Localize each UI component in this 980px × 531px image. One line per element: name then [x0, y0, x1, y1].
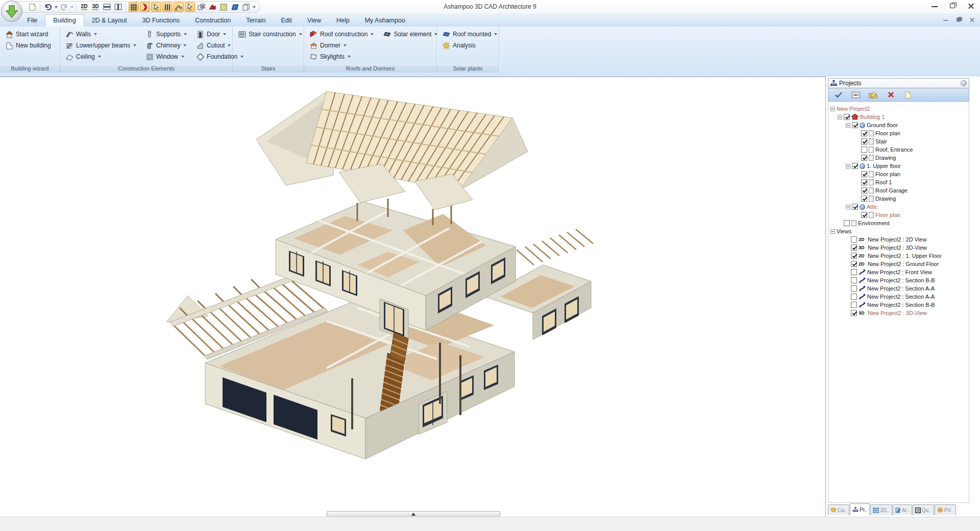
stair-construction-button[interactable]: Stair construction [236, 29, 301, 40]
mdi-minimize-button[interactable] [943, 17, 948, 22]
checkbox-checked[interactable] [861, 179, 867, 185]
delete-button[interactable] [885, 90, 897, 100]
checkbox-unchecked[interactable] [851, 294, 857, 300]
tree-item-layer[interactable]: Drawing [828, 154, 969, 162]
checkbox-checked[interactable] [851, 245, 857, 251]
checkbox-checked[interactable] [852, 204, 858, 210]
tree-item-layer[interactable]: Stair [828, 137, 969, 146]
new-item-button[interactable] [902, 90, 914, 100]
tree-item-view[interactable]: New Project2 : Section A-A [828, 284, 969, 293]
tree-item-layer[interactable]: Roof 1 [828, 178, 969, 186]
start-wizard-button[interactable]: Start wizard [3, 29, 57, 40]
checkbox-checked[interactable] [852, 163, 858, 169]
lower-upper-beams-button[interactable]: Lower/upper beams [63, 40, 138, 51]
tab-3d-functions[interactable]: 3D Functions [134, 15, 187, 27]
tree-item-floor[interactable]: Ground floor [828, 121, 969, 129]
tree-item-view[interactable]: 2D New Project2 : 2D View [828, 235, 969, 244]
collapse-icon[interactable] [846, 164, 850, 168]
panel-pin-icon[interactable] [961, 80, 967, 86]
tab-view[interactable]: View [300, 15, 329, 27]
new-building-button[interactable]: New building [3, 40, 57, 51]
tab-pv-system[interactable]: PV.. [935, 504, 956, 515]
mdi-close-button[interactable] [969, 17, 975, 22]
tab-file[interactable]: File [19, 15, 45, 27]
tree-item-view[interactable]: New Project2 : Section A-A [828, 293, 969, 301]
checkbox-checked[interactable] [844, 114, 850, 120]
collapse-icon[interactable] [846, 123, 850, 128]
tree-item-layer[interactable]: Floor plan [828, 170, 969, 178]
dormer-button[interactable]: Dormer [307, 40, 376, 51]
checkbox-checked[interactable] [861, 138, 867, 144]
tab-help[interactable]: Help [329, 15, 357, 27]
rename-button[interactable]: abl [850, 90, 862, 100]
checkbox-unchecked[interactable] [851, 285, 857, 292]
tree-item-floor[interactable]: 1. Upper floor [828, 162, 969, 170]
checkbox-unchecked[interactable] [851, 236, 857, 243]
tree-item-environment[interactable]: Environment [828, 219, 969, 227]
checkbox-checked[interactable] [861, 171, 867, 177]
checkbox-checked[interactable] [861, 187, 867, 194]
collapse-icon[interactable] [830, 107, 835, 111]
collapse-icon[interactable] [846, 205, 850, 209]
tree-item-layer[interactable]: Roof Garage [828, 186, 969, 195]
tree-item-layer[interactable]: Floor plan [828, 211, 969, 219]
checkbox-unchecked[interactable] [844, 220, 850, 226]
tab-catalog[interactable]: Ca.. [828, 504, 849, 515]
collapse-icon[interactable] [830, 229, 835, 234]
ceiling-button[interactable]: Ceiling [63, 51, 138, 62]
skylights-button[interactable]: Skylights [307, 51, 376, 62]
tree-item-view[interactable]: New Project2 : Front View [828, 268, 969, 276]
checkbox-checked[interactable] [861, 212, 867, 218]
tree-item-building[interactable]: Building 1 [828, 113, 969, 121]
checkbox-checked[interactable] [852, 122, 858, 128]
roof-construction-button[interactable]: Roof construction [307, 29, 376, 40]
close-button[interactable] [968, 3, 975, 10]
tab-edit[interactable]: Edit [274, 15, 300, 27]
analysis-button[interactable]: Analysis [440, 40, 496, 51]
tab-building[interactable]: Building [45, 14, 84, 27]
checkbox-unchecked[interactable] [851, 269, 857, 275]
checkbox-unchecked[interactable] [851, 302, 857, 308]
restore-button[interactable] [949, 3, 957, 10]
tab-projects[interactable]: Pr.. [850, 503, 870, 515]
tree-item-layer[interactable]: Roof, Entrance [828, 146, 969, 154]
tab-2d-layout[interactable]: 2D & Layout [84, 15, 135, 27]
walls-button[interactable]: Walls [63, 29, 138, 40]
solar-element-button[interactable]: Solar element [381, 29, 439, 40]
tree-item-view[interactable]: New Project2 : Section B-B [828, 276, 969, 284]
checkbox-checked[interactable] [851, 261, 857, 267]
checkbox-unchecked[interactable] [851, 277, 857, 283]
tree-item-layer[interactable]: Floor plan [828, 129, 969, 137]
apply-check-button[interactable] [832, 90, 845, 100]
checkbox-unchecked[interactable] [861, 147, 867, 153]
tab-area[interactable]: Ar.. [893, 504, 912, 515]
checkbox-checked[interactable] [861, 155, 867, 161]
3d-viewport[interactable] [0, 77, 826, 517]
checkbox-checked[interactable] [851, 310, 857, 316]
edit-properties-button[interactable] [867, 90, 879, 100]
tree-item-views[interactable]: Views [828, 227, 969, 235]
tab-quantities[interactable]: Qu.. [913, 504, 934, 515]
mdi-restore-button[interactable] [956, 17, 962, 22]
bottom-panel-expand-handle[interactable] [327, 511, 500, 517]
tab-construction[interactable]: Construction [187, 15, 238, 27]
roof-mounted-button[interactable]: Roof mounted [440, 29, 496, 40]
tree-item-view-active[interactable]: 3D New Project2 : 3D-View [828, 309, 969, 317]
chimney-button[interactable]: Chimney [143, 40, 189, 51]
tree-item-view[interactable]: New Project2 : Section B-B [828, 301, 969, 309]
app-logo-icon[interactable] [1, 1, 22, 22]
tab-my-ashampoo[interactable]: My Ashampoo [357, 15, 413, 27]
tree-item-project[interactable]: New Project2 [828, 105, 969, 113]
tree-item-view[interactable]: 2D New Project2 : 1. Upper Floor [828, 252, 969, 260]
tree-item-view[interactable]: 2D New Project2 : Ground Floor [828, 260, 969, 268]
checkbox-checked[interactable] [861, 130, 867, 136]
checkbox-checked[interactable] [851, 253, 857, 259]
tree-item-layer[interactable]: Drawing [828, 195, 969, 203]
minimize-button[interactable] [931, 3, 938, 10]
tab-3d-objects[interactable]: 3D.. [870, 504, 892, 515]
checkbox-checked[interactable] [861, 196, 867, 202]
tab-terrain[interactable]: Terrain [238, 15, 273, 27]
tree-item-view[interactable]: 3D New Project2 : 3D-View [828, 244, 969, 252]
collapse-icon[interactable] [838, 115, 842, 119]
window-button[interactable]: Window [143, 51, 189, 62]
